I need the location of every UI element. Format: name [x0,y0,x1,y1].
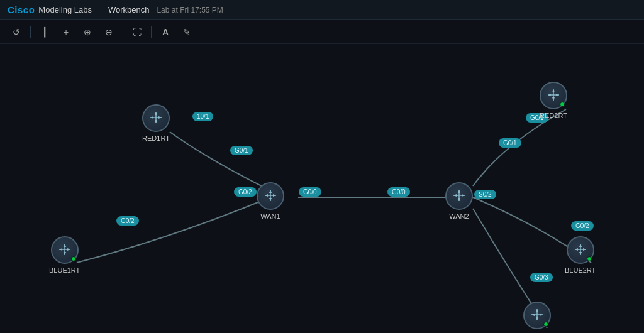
node-icon-BLUE1RT [58,243,72,258]
svg-marker-34 [579,252,582,255]
toolbar: ↺ ┃ + ⊕ ⊖ ⛶ A ✎ [0,20,644,44]
node-label-RED1RT: RED1RT [142,134,170,142]
iface-label-g00-wan2: G0/0 [387,187,410,197]
svg-marker-17 [453,194,457,197]
node-icon-WAN2 [452,188,466,204]
node-icon-BLUE2RT [574,243,587,258]
zoom-in-tool[interactable]: ⊕ [80,25,95,40]
iface-label-10-1: 10/1 [192,112,213,121]
workbench-label[interactable]: Workbench [108,5,150,14]
iface-label-g02-blue1: G0/2 [116,216,139,226]
text-tool[interactable]: A [158,25,173,40]
node-icon-BLUE3RT [530,308,544,324]
node-label-BLUE2RT: BLUE2RT [565,266,596,274]
svg-marker-4 [155,120,157,123]
svg-marker-42 [540,314,543,316]
iface-label-g01-red: G0/1 [230,146,253,155]
svg-marker-18 [462,194,465,197]
toolbar-separator-3 [151,26,152,38]
svg-marker-33 [579,244,582,247]
svg-marker-15 [458,190,460,193]
node-label-WAN2: WAN2 [449,212,469,220]
svg-marker-39 [536,309,538,312]
node-label-RED2RT: RED2RT [540,112,567,119]
svg-marker-21 [552,89,555,92]
network-canvas[interactable]: 10/1 G0/1 G0/2 G0/0 G0/0 S0/2 G0/1 G0/1 … [0,44,644,333]
svg-marker-10 [269,198,272,201]
svg-marker-6 [158,116,162,119]
svg-marker-35 [575,248,578,251]
select-tool[interactable]: ┃ [37,25,52,40]
svg-marker-5 [150,116,153,119]
fit-tool[interactable]: ⛶ [130,25,145,40]
svg-marker-27 [64,244,66,247]
header: Cisco Modeling Labs Workbench Lab at Fri… [0,0,644,20]
svg-marker-24 [556,94,559,96]
svg-marker-11 [265,194,268,197]
iface-label-g01-wan2: G0/1 [499,138,521,148]
svg-marker-41 [531,314,535,316]
annotate-tool[interactable]: ✎ [179,25,194,40]
app-title: Modeling Labs [38,5,92,14]
zoom-out-tool[interactable]: ⊖ [101,25,116,40]
svg-marker-30 [67,248,70,251]
svg-marker-16 [458,198,460,201]
iface-label-s02-wan2: S0/2 [474,190,496,199]
node-BLUE1RT[interactable]: BLUE1RT [49,236,80,274]
svg-marker-3 [155,112,157,115]
node-BLUE2RT[interactable]: BLUE2RT [565,236,596,274]
node-icon-RED1RT [149,111,163,126]
svg-marker-29 [59,248,62,251]
svg-marker-12 [273,194,276,197]
svg-marker-28 [64,252,66,255]
lab-info: Lab at Fri 17:55 PM [157,6,223,14]
iface-label-g02-wan1: G0/2 [234,187,257,197]
add-node-tool[interactable]: + [58,25,74,40]
node-WAN1[interactable]: WAN1 [257,182,284,220]
status-dot-BLUE3RT [543,322,548,327]
status-dot-RED2RT [560,102,565,107]
iface-label-g03-blue3: G0/3 [530,273,553,282]
status-dot-BLUE2RT [587,256,592,261]
svg-marker-9 [269,190,272,193]
node-icon-RED2RT [547,88,560,104]
undo-icon[interactable]: ↺ [9,25,24,40]
toolbar-separator-2 [123,26,123,38]
iface-label-g00-wan1: G0/0 [299,187,321,197]
node-RED2RT[interactable]: RED2RT [540,82,567,119]
toolbar-separator-1 [30,26,31,38]
svg-marker-22 [552,97,555,101]
node-WAN2[interactable]: WAN2 [445,182,473,220]
node-icon-WAN1 [264,188,277,204]
iface-label-g02-blue2: G0/2 [571,221,594,231]
node-BLUE3RT[interactable]: BLUE3-RT [521,302,554,333]
cisco-logo: Cisco [8,4,35,15]
svg-marker-23 [548,94,551,96]
node-label-BLUE1RT: BLUE1RT [49,266,80,274]
svg-marker-40 [536,317,538,320]
svg-marker-36 [583,248,586,251]
status-dot-BLUE1RT [71,256,76,261]
node-RED1RT[interactable]: RED1RT [142,104,170,142]
node-label-WAN1: WAN1 [260,212,280,220]
